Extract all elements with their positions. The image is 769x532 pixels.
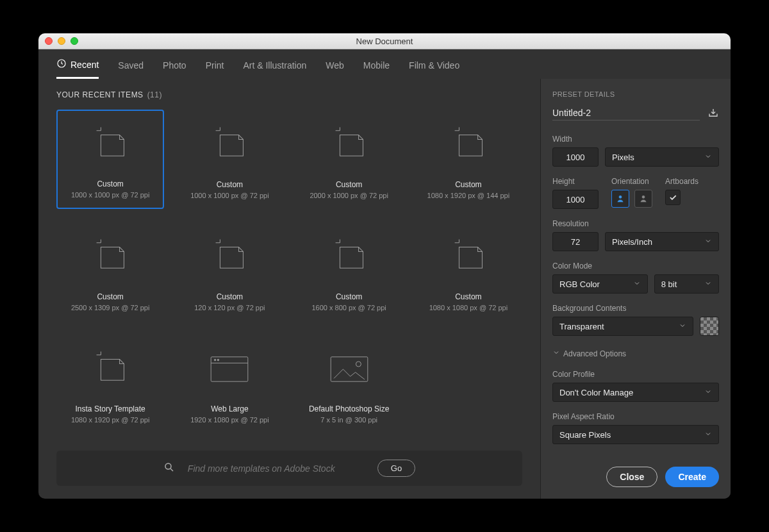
close-button[interactable]: Close — [606, 467, 657, 487]
preset-card-subtitle: 1920 x 1080 px @ 72 ppi — [190, 416, 269, 424]
svg-point-9 — [642, 195, 645, 198]
tab-label: Recent — [70, 60, 99, 70]
browser-icon — [209, 335, 250, 403]
tab-recent[interactable]: Recent — [56, 58, 99, 79]
color-profile-select[interactable]: Don't Color Manage — [552, 383, 719, 402]
document-name-input[interactable]: Untitled-2 — [552, 108, 700, 121]
preset-card-subtitle: 7 x 5 in @ 300 ppi — [320, 416, 377, 424]
preset-card[interactable]: Custom 1080 x 1080 px @ 72 ppi — [415, 222, 522, 321]
clock-icon — [56, 58, 67, 71]
preset-card-title: Custom — [217, 292, 243, 301]
preset-card-title: Custom — [336, 180, 362, 189]
preset-details-panel: PRESET DETAILS Untitled-2 Width 1000 Pix… — [541, 79, 731, 499]
select-value: RGB Color — [559, 279, 600, 289]
width-input[interactable]: 1000 — [552, 147, 599, 167]
color-depth-select[interactable]: 8 bit — [654, 274, 719, 294]
chevron-down-icon — [704, 388, 712, 397]
artboards-label: Artboards — [665, 177, 699, 186]
window-zoom-button[interactable] — [70, 37, 78, 45]
tab-print[interactable]: Print — [206, 58, 224, 79]
preset-card[interactable]: Custom 1080 x 1920 px @ 144 ppi — [415, 110, 522, 209]
preset-card[interactable]: Default Photoshop Size 7 x 5 in @ 300 pp… — [295, 334, 403, 433]
preset-card-subtitle: 2500 x 1309 px @ 72 ppi — [71, 304, 149, 312]
doc-icon — [330, 110, 368, 179]
background-contents-select[interactable]: Transparent — [552, 317, 693, 336]
select-value: Square Pixels — [559, 430, 611, 440]
stock-search-input[interactable] — [186, 463, 366, 474]
tab-film-video[interactable]: Film & Video — [409, 58, 459, 79]
doc-icon — [449, 222, 488, 291]
preset-card[interactable]: Custom 120 x 120 px @ 72 ppi — [176, 222, 283, 321]
go-button[interactable]: Go — [377, 460, 415, 477]
doc-icon — [91, 222, 129, 291]
svg-point-4 — [218, 359, 219, 360]
preset-card[interactable]: Insta Story Template 1080 x 1920 px @ 72… — [56, 334, 164, 433]
preset-card-title: Custom — [455, 292, 481, 301]
adobe-stock-search: Go — [56, 451, 522, 486]
create-button[interactable]: Create — [665, 467, 719, 487]
gallery-heading: YOUR RECENT ITEMS — [56, 90, 144, 99]
resolution-label: Resolution — [552, 219, 719, 228]
preset-card-subtitle: 1080 x 1080 px @ 72 ppi — [429, 304, 508, 312]
advanced-options-label: Advanced Options — [563, 349, 626, 358]
preset-card-subtitle: 1080 x 1920 px @ 72 ppi — [71, 416, 149, 424]
orientation-portrait-button[interactable] — [611, 190, 629, 208]
window-title: New Document — [38, 37, 731, 46]
resolution-input[interactable]: 72 — [552, 232, 599, 251]
select-value: Don't Color Manage — [559, 388, 633, 397]
preset-card[interactable]: Custom 2500 x 1309 px @ 72 ppi — [56, 222, 164, 321]
preset-card-subtitle: 2000 x 1000 px @ 72 ppi — [310, 192, 388, 199]
orientation-label: Orientation — [611, 177, 652, 186]
pixel-aspect-ratio-select[interactable]: Square Pixels — [552, 425, 719, 444]
resolution-unit-select[interactable]: Pixels/Inch — [605, 232, 719, 251]
chevron-down-icon — [704, 430, 712, 440]
tab-web[interactable]: Web — [326, 58, 344, 79]
tab-label: Art & Illustration — [243, 60, 306, 71]
tab-label: Mobile — [363, 60, 390, 71]
preset-card-subtitle: 1600 x 800 px @ 72 ppi — [311, 304, 386, 312]
preset-card[interactable]: Custom 1000 x 1000 px @ 72 ppi — [176, 110, 283, 209]
window-minimize-button[interactable] — [58, 37, 65, 45]
tab-mobile[interactable]: Mobile — [363, 58, 390, 79]
preset-card-title: Web Large — [211, 404, 248, 413]
window-close-button[interactable] — [45, 37, 53, 45]
chevron-down-icon — [552, 349, 560, 358]
color-mode-select[interactable]: RGB Color — [552, 274, 648, 294]
chevron-down-icon — [633, 279, 641, 289]
preset-card[interactable]: Custom 1600 x 800 px @ 72 ppi — [295, 222, 403, 321]
preset-card-title: Custom — [217, 180, 243, 189]
tab-saved[interactable]: Saved — [118, 58, 144, 79]
tab-label: Print — [206, 60, 224, 71]
svg-rect-1 — [211, 356, 249, 381]
doc-icon — [330, 222, 368, 291]
select-value: Transparent — [559, 322, 604, 331]
preset-card-title: Insta Story Template — [76, 404, 145, 413]
preset-card-subtitle: 120 x 120 px @ 72 ppi — [194, 304, 265, 312]
doc-icon — [91, 335, 129, 403]
select-value: Pixels/Inch — [612, 237, 652, 247]
width-unit-select[interactable]: Pixels — [605, 147, 719, 167]
svg-point-7 — [165, 463, 171, 469]
preset-card-subtitle: 1000 x 1000 px @ 72 ppi — [71, 191, 149, 199]
preset-card[interactable]: Custom 1000 x 1000 px @ 72 ppi — [56, 110, 164, 209]
preset-card-title: Custom — [336, 292, 362, 301]
preset-card[interactable]: Web Large 1920 x 1080 px @ 72 ppi — [176, 334, 283, 433]
tab-photo[interactable]: Photo — [163, 58, 186, 79]
tab-art-illustration[interactable]: Art & Illustration — [243, 58, 306, 79]
preset-card[interactable]: Custom 2000 x 1000 px @ 72 ppi — [295, 110, 403, 209]
height-input[interactable]: 1000 — [552, 190, 599, 209]
image-icon — [329, 335, 370, 403]
color-profile-label: Color Profile — [552, 370, 719, 379]
background-color-swatch[interactable] — [700, 317, 719, 336]
doc-icon — [210, 110, 249, 179]
width-label: Width — [552, 135, 719, 144]
category-tabs: Recent Saved Photo Print Art & Illustrat… — [38, 49, 731, 79]
preset-grid: Custom 1000 x 1000 px @ 72 ppi Custom 10… — [56, 110, 522, 433]
orientation-landscape-button[interactable] — [634, 190, 652, 208]
chevron-down-icon — [679, 322, 686, 331]
chevron-down-icon — [704, 279, 712, 289]
save-preset-icon[interactable] — [707, 107, 719, 121]
advanced-options-toggle[interactable]: Advanced Options — [552, 349, 719, 358]
artboards-checkbox[interactable] — [665, 190, 681, 205]
doc-icon — [210, 222, 249, 291]
